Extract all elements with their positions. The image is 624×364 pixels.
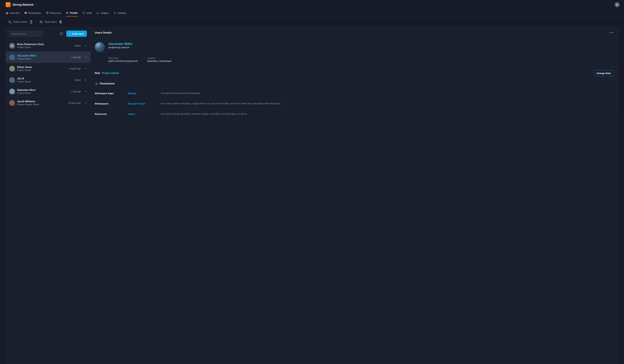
role-value: Project Owner — [102, 72, 119, 74]
user-meta: 23 hours ago — [68, 102, 81, 104]
user-avatar — [9, 77, 15, 83]
user-role: Project Owner — [17, 92, 36, 94]
user-row[interactable]: Jacob WilliamsPrimary Project Owner23 ho… — [6, 97, 90, 108]
permission-name: Workspace Apps — [95, 92, 126, 95]
permission-name: Resources — [95, 113, 126, 115]
user-row[interactable]: Sebastian NicciProject Owner1 day ago — [6, 86, 90, 97]
user-name: Jim R — [17, 77, 31, 80]
plus-icon: + — [69, 32, 71, 35]
tab-label: Audit — [86, 12, 92, 14]
presence-dot — [13, 104, 15, 106]
user-name: Ethan Jones — [17, 66, 32, 69]
presence-dot — [13, 93, 15, 94]
user-role: Primary Project Owner — [17, 103, 39, 106]
stat-value: 2 — [30, 19, 32, 25]
location-value: Winterthur, Switzerland — [147, 60, 171, 62]
more-menu-icon[interactable]: ••• — [610, 31, 614, 34]
search-users-input[interactable] — [9, 31, 43, 37]
users-panel: + Invite User BBrian Robertson (You)Proj… — [6, 27, 90, 364]
svg-point-4 — [114, 13, 115, 13]
chevron-right-icon — [85, 90, 87, 93]
tab-people[interactable]: People — [66, 9, 78, 16]
user-meta: 1 day ago — [71, 90, 81, 93]
stat-label: Total Users — [44, 21, 57, 23]
monitor-icon — [24, 12, 27, 14]
chart-icon — [97, 12, 99, 14]
tab-label: Insights — [101, 12, 109, 14]
permission-row: ResourcesImportCan import new git reposi… — [90, 109, 618, 119]
change-role-button[interactable]: Change Role — [594, 70, 614, 76]
user-row[interactable]: Alexander MillerProject Owner1 day ago — [6, 51, 90, 63]
home-icon — [6, 12, 8, 14]
detail-title: Users Details — [95, 31, 112, 34]
svg-rect-0 — [25, 12, 27, 14]
chevron-right-icon — [85, 102, 87, 104]
permission-level[interactable]: Import — [128, 113, 159, 115]
user-role: Project Owner — [17, 80, 31, 83]
shield-icon — [82, 12, 85, 14]
user-list: BBrian Robertson (You)Project OwnerOnlin… — [6, 40, 90, 108]
user-role: Project Owner — [17, 46, 44, 49]
user-avatar — [9, 89, 15, 94]
tab-settings[interactable]: Settings — [113, 9, 126, 16]
user-name: Sebastian Nicci — [17, 89, 36, 91]
stat-separator — [36, 20, 36, 24]
permissions-icon — [95, 82, 98, 85]
permission-level[interactable]: Manage — [128, 92, 159, 95]
profile-name[interactable]: Alexander Miller — [108, 42, 132, 46]
timezone-value: (GMT+02:00) Europe/Zurich — [108, 60, 138, 62]
svg-rect-9 — [97, 84, 98, 85]
user-row[interactable]: Jim RProject OwnerOnline — [6, 74, 90, 86]
tab-workspaces[interactable]: Workspaces — [24, 9, 41, 16]
timezone-label: Time Zone — [108, 57, 138, 59]
svg-point-6 — [40, 21, 41, 22]
user-detail-panel: Users Details ••• Alexander Miller am@st… — [90, 27, 618, 364]
tab-label: Settings — [118, 12, 126, 14]
invite-label: Invite User — [72, 32, 84, 35]
presence-dot — [13, 58, 15, 60]
user-name: Alexander Miller — [17, 54, 36, 57]
chevron-right-icon — [85, 45, 87, 47]
tab-resources[interactable]: Resources — [46, 9, 61, 16]
presence-dot — [13, 47, 15, 49]
user-avatar — [9, 100, 15, 106]
database-icon — [46, 12, 49, 14]
stat-total: Total Users 6 — [39, 19, 62, 25]
invite-user-button[interactable]: + Invite User — [66, 30, 87, 37]
user-stats: Online Users 2 Total Users 6 — [0, 17, 624, 27]
profile-email: am@strong.network — [108, 46, 132, 49]
user-role: Project Owner — [17, 57, 36, 60]
user-meta: 1 day ago — [71, 56, 81, 58]
svg-point-8 — [96, 82, 96, 83]
user-avatar-button[interactable]: B — [615, 2, 620, 7]
svg-point-5 — [9, 21, 10, 22]
permission-level[interactable]: Manage Project — [128, 102, 159, 105]
user-row[interactable]: BBrian Robertson (You)Project OwnerOnlin… — [6, 40, 90, 51]
app-title: Strong Network — [13, 3, 33, 6]
presence-dot — [13, 81, 15, 83]
tab-label: Overview — [10, 12, 20, 14]
permissions-title: Permissions — [100, 82, 115, 85]
main-tabs: Overview Workspaces Resources People Aud… — [0, 9, 624, 17]
location-label: Location — [147, 57, 171, 59]
app-header: Strong Network B — [0, 0, 624, 9]
tab-audit[interactable]: Audit — [82, 9, 92, 16]
svg-point-2 — [67, 12, 67, 13]
user-name: Jacob Williams — [17, 100, 39, 103]
svg-point-7 — [41, 21, 42, 22]
app-logo — [6, 2, 11, 7]
user-avatar — [9, 66, 15, 71]
gear-icon — [113, 12, 116, 14]
permission-description: Can open and close ports of workspaces — [161, 92, 614, 95]
tab-insights[interactable]: Insights — [97, 9, 109, 16]
permission-name: Workspaces — [95, 102, 126, 105]
user-role: Project Owner — [17, 69, 32, 71]
tab-overview[interactable]: Overview — [6, 9, 20, 16]
profile-avatar — [95, 42, 105, 52]
map-icon[interactable] — [60, 32, 63, 35]
user-meta: Online — [75, 79, 81, 81]
chevron-right-icon — [85, 67, 87, 70]
user-row[interactable]: Ethan JonesProject Owner1 month ago — [6, 63, 90, 74]
org-switcher-chevron-icon[interactable] — [35, 3, 37, 6]
permission-description: Can create custom workspaces, assign the… — [161, 102, 614, 105]
